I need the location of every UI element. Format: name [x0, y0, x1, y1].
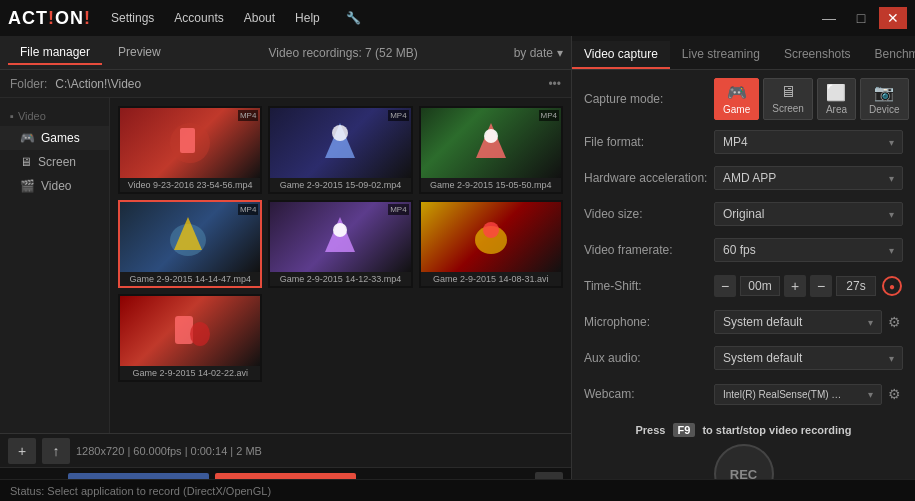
close-button[interactable]: ✕	[879, 7, 907, 29]
timeshift-record-btn[interactable]: ●	[882, 276, 902, 296]
aux-audio-dropdown[interactable]: System default ▾	[714, 346, 903, 370]
video-size-dropdown[interactable]: Original ▾	[714, 202, 903, 226]
sort-selector[interactable]: by date ▾	[514, 46, 563, 60]
timeshift-controls: − 00m + − 27s ●	[714, 275, 903, 297]
timeshift-label: Time-Shift:	[584, 279, 714, 293]
timeshift-minus2-btn[interactable]: −	[810, 275, 832, 297]
aux-audio-value: System default ▾	[714, 346, 903, 370]
svg-point-11	[483, 222, 499, 238]
video-thumb-5[interactable]: MP4 Game 2-9-2015 14-12-33.mp4	[268, 200, 412, 288]
minimize-button[interactable]: —	[815, 7, 843, 29]
dropdown-arrow-icon: ▾	[889, 173, 894, 184]
capture-mode-area[interactable]: ⬜ Area	[817, 78, 856, 120]
svg-point-5	[484, 129, 498, 143]
video-thumb-label: Game 2-9-2015 14-12-33.mp4	[270, 272, 410, 286]
settings-area: Capture mode: 🎮 Game 🖥 Screen ⬜	[572, 70, 915, 501]
webcam-value: Intel(R) RealSense(TM) 3D Camera Vir... …	[714, 384, 903, 405]
upload-button[interactable]: ↑	[42, 438, 70, 464]
timeshift-minus-btn[interactable]: −	[714, 275, 736, 297]
capture-modes: 🎮 Game 🖥 Screen ⬜ Area 📷	[714, 78, 909, 120]
tab-file-manager[interactable]: File manager	[8, 41, 102, 65]
timeshift-plus-btn[interactable]: +	[784, 275, 806, 297]
tab-live-streaming[interactable]: Live streaming	[670, 41, 772, 69]
tab-benchmark[interactable]: Benchmark	[863, 41, 915, 69]
video-size-row: Video size: Original ▾	[584, 200, 903, 228]
video-thumb-4[interactable]: MP4 Game 2-9-2015 14-14-47.mp4	[118, 200, 262, 288]
main-container: File manager Preview Video recordings: 7…	[0, 36, 915, 501]
right-tabs-row: Video capture Live streaming Screenshots…	[572, 36, 915, 70]
status-bar: Status: Select application to record (Di…	[0, 479, 915, 501]
mp4-badge: MP4	[539, 110, 559, 121]
mp4-badge: MP4	[388, 204, 408, 215]
file-format-dropdown[interactable]: MP4 ▾	[714, 130, 903, 154]
right-panel: Video capture Live streaming Screenshots…	[572, 36, 915, 501]
timeshift-value2: 27s	[836, 276, 876, 296]
mp4-badge: MP4	[238, 204, 258, 215]
tab-preview[interactable]: Preview	[106, 41, 173, 65]
nav-help[interactable]: Help	[295, 11, 320, 25]
folder-label: Folder:	[10, 77, 47, 91]
rec-hint: Press F9 to start/stop video recording	[635, 424, 851, 436]
video-thumb-7[interactable]: Game 2-9-2015 14-02-22.avi	[118, 294, 262, 382]
capture-mode-game[interactable]: 🎮 Game	[714, 78, 759, 120]
sidebar-item-games[interactable]: 🎮 Games	[0, 126, 109, 150]
titlebar-nav: Settings Accounts About Help 🔧	[111, 11, 815, 25]
sidebar: ▪ Video 🎮 Games 🖥 Screen 🎬 Video	[0, 98, 110, 433]
sidebar-group-icon: ▪	[10, 110, 14, 122]
microphone-gear-button[interactable]: ⚙	[886, 312, 903, 332]
nav-accounts[interactable]: Accounts	[174, 11, 223, 25]
nav-about[interactable]: About	[244, 11, 275, 25]
capture-mode-device[interactable]: 📷 Device	[860, 78, 909, 120]
webcam-gear-button[interactable]: ⚙	[886, 384, 903, 404]
svg-point-9	[333, 223, 347, 237]
maximize-button[interactable]: □	[847, 7, 875, 29]
gamepad-icon: 🎮	[20, 131, 35, 145]
video-thumb-3[interactable]: MP4 Game 2-9-2015 15-05-50.mp4	[419, 106, 563, 194]
video-icon: 🎬	[20, 179, 35, 193]
folder-path: C:\Action!\Video	[55, 77, 141, 91]
svg-point-3	[332, 125, 348, 141]
hw-accel-dropdown[interactable]: AMD APP ▾	[714, 166, 903, 190]
video-thumb-label: Video 9-23-2016 23-54-56.mp4	[120, 178, 260, 192]
recordings-info: Video recordings: 7 (52 MB)	[177, 46, 510, 60]
window-controls: — □ ✕	[815, 7, 907, 29]
svg-point-13	[190, 322, 210, 346]
dropdown-arrow-icon: ▾	[868, 317, 873, 328]
microphone-value: System default ▾ ⚙	[714, 310, 903, 334]
video-thumb-1[interactable]: MP4 Video 9-23-2016 23-54-56.mp4	[118, 106, 262, 194]
folder-bar: Folder: C:\Action!\Video •••	[0, 70, 571, 98]
gamepad-icon: 🎮	[727, 83, 747, 102]
timeshift-controls-inner: − 00m + − 27s ●	[714, 275, 902, 297]
hw-accel-label: Hardware acceleration:	[584, 171, 714, 185]
tab-video-capture[interactable]: Video capture	[572, 41, 670, 69]
record-icon: ●	[889, 281, 895, 292]
capture-mode-screen[interactable]: 🖥 Screen	[763, 78, 813, 120]
video-thumb-6[interactable]: Game 2-9-2015 14-08-31.avi	[419, 200, 563, 288]
capture-mode-row: Capture mode: 🎮 Game 🖥 Screen ⬜	[584, 78, 903, 120]
dropdown-arrow-icon: ▾	[868, 389, 873, 400]
sidebar-item-screen[interactable]: 🖥 Screen	[0, 150, 109, 174]
sort-label: by date	[514, 46, 553, 60]
tab-screenshots[interactable]: Screenshots	[772, 41, 863, 69]
mp4-badge: MP4	[388, 110, 408, 121]
webcam-dropdown[interactable]: Intel(R) RealSense(TM) 3D Camera Vir... …	[714, 384, 882, 405]
add-button[interactable]: +	[8, 438, 36, 464]
titlebar: ACT!ON! Settings Accounts About Help 🔧 —…	[0, 0, 915, 36]
rec-key-badge: F9	[673, 423, 696, 437]
area-icon: ⬜	[826, 83, 846, 102]
chevron-down-icon: ▾	[557, 46, 563, 60]
status-text: Status: Select application to record (Di…	[10, 485, 271, 497]
sidebar-group-video: ▪ Video	[0, 106, 109, 126]
wrench-icon[interactable]: 🔧	[346, 11, 361, 25]
nav-settings[interactable]: Settings	[111, 11, 154, 25]
screen-icon: 🖥	[20, 155, 32, 169]
folder-menu-icon[interactable]: •••	[548, 77, 561, 91]
sidebar-item-video[interactable]: 🎬 Video	[0, 174, 109, 198]
video-thumb-2[interactable]: MP4 Game 2-9-2015 15-09-02.mp4	[268, 106, 412, 194]
video-grid: MP4 Video 9-23-2016 23-54-56.mp4 MP4 Gam…	[118, 106, 563, 382]
video-framerate-dropdown[interactable]: 60 fps ▾	[714, 238, 903, 262]
hw-accel-row: Hardware acceleration: AMD APP ▾	[584, 164, 903, 192]
microphone-dropdown[interactable]: System default ▾	[714, 310, 882, 334]
video-framerate-label: Video framerate:	[584, 243, 714, 257]
file-tabs-row: File manager Preview Video recordings: 7…	[0, 36, 571, 70]
